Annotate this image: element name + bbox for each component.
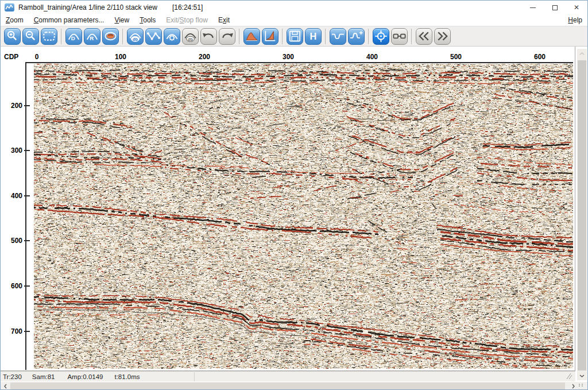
vertical-scrollbar[interactable] xyxy=(577,49,587,380)
corner-grip-icon xyxy=(579,384,584,387)
toolbar: DRdbdbH xyxy=(1,26,587,47)
status-field-2: Amp:0.0149 xyxy=(67,373,103,380)
status-field-0: Tr:230 xyxy=(3,373,22,380)
toolbar-velocity-database-button[interactable]: db xyxy=(127,28,144,45)
application-window: Ramboll_training/Area 1/line 2/110 stack… xyxy=(0,0,588,390)
svg-text:db: db xyxy=(188,37,193,42)
toolbar-semblance-button[interactable] xyxy=(102,28,119,45)
time-tick-400: 400 xyxy=(1,192,22,200)
time-tickmark xyxy=(24,331,30,332)
toolbar-previous-screen-button[interactable] xyxy=(416,28,432,45)
toolbar-header-plot-button[interactable]: H xyxy=(305,28,322,45)
time-tick-700: 700 xyxy=(1,327,22,335)
titlebar: Ramboll_training/Area 1/line 2/110 stack… xyxy=(1,1,587,14)
toolbar-hyperbola-r-button[interactable]: R xyxy=(84,28,100,45)
time-tick-500: 500 xyxy=(1,237,22,245)
toolbar-velocity-database-save-button[interactable]: db xyxy=(182,28,199,45)
time-tick-300: 300 xyxy=(1,146,22,155)
scroll-right-icon[interactable] xyxy=(568,382,578,390)
seismic-view[interactable]: CDP 010020030040050060020030040050060070… xyxy=(1,47,575,371)
minimize-icon xyxy=(530,7,536,8)
status-field-1: Sam:81 xyxy=(32,373,55,380)
time-tick-200: 200 xyxy=(1,102,22,110)
toolbar-zoom-in-button[interactable] xyxy=(4,28,21,45)
cdp-axis-label: CDP xyxy=(4,53,18,61)
toolbar-save-button[interactable] xyxy=(287,28,303,45)
toolbar-hyperbola-d-button[interactable]: D xyxy=(65,28,82,45)
toolbar-undo-button[interactable] xyxy=(200,28,217,45)
toolbar-amplitude-spectrum-button[interactable] xyxy=(243,28,260,45)
svg-text:R: R xyxy=(90,35,94,41)
time-axis-line xyxy=(25,62,26,370)
window-controls: ✕ xyxy=(522,1,587,14)
toolbar-separator xyxy=(61,29,61,44)
app-icon xyxy=(5,3,14,11)
toolbar-separator xyxy=(122,29,123,44)
horizontal-scrollbar[interactable] xyxy=(1,382,588,390)
time-tick-600: 600 xyxy=(1,282,22,290)
close-icon: ✕ xyxy=(574,4,579,11)
toolbar-gain-curve-button[interactable] xyxy=(262,28,278,45)
horizontal-scrollbar-thumb[interactable] xyxy=(10,383,565,390)
svg-text:D: D xyxy=(71,35,75,41)
menubar-right: Help xyxy=(563,15,587,25)
toolbar-redo-button[interactable] xyxy=(219,28,235,45)
cdp-tick-600: 600 xyxy=(534,53,546,61)
scroll-left-icon[interactable] xyxy=(1,382,10,390)
toolbar-velocity-compute-button[interactable] xyxy=(164,28,180,45)
cdp-tick-300: 300 xyxy=(283,53,294,61)
toolbar-trace-compare-button[interactable] xyxy=(391,28,408,45)
time-tickmark xyxy=(24,105,30,106)
toolbar-zoom-out-button[interactable] xyxy=(22,28,39,45)
menu-exit-stop-flow: Exit/Stop flow xyxy=(161,15,213,25)
toolbar-wiggle-positive-button[interactable] xyxy=(348,28,365,45)
cdp-tick-500: 500 xyxy=(450,53,462,61)
minimize-button[interactable] xyxy=(522,1,544,14)
toolbar-pick-mode-button[interactable] xyxy=(373,28,389,45)
window-title: Ramboll_training/Area 1/line 2/110 stack… xyxy=(18,3,157,11)
cdp-tick-400: 400 xyxy=(366,53,378,61)
toolbar-zoom-rubber-band-button[interactable] xyxy=(41,28,57,45)
toolbar-separator xyxy=(368,29,369,44)
close-button[interactable]: ✕ xyxy=(566,1,587,14)
scroll-down-icon[interactable] xyxy=(577,371,587,380)
svg-text:db: db xyxy=(133,37,138,42)
toolbar-velocity-picks-button[interactable] xyxy=(145,28,162,45)
window-clock: [16:24:51] xyxy=(172,3,203,11)
toolbar-separator xyxy=(239,29,239,44)
menu-view[interactable]: View xyxy=(109,15,134,25)
seismic-section-image[interactable] xyxy=(34,64,573,369)
time-tickmark xyxy=(24,195,30,196)
toolbar-next-screen-button[interactable] xyxy=(434,28,451,45)
scroll-up-icon[interactable] xyxy=(577,49,587,58)
time-tickmark xyxy=(24,150,30,151)
cdp-axis-line xyxy=(26,62,573,63)
vertical-scrollbar-thumb[interactable] xyxy=(578,60,586,370)
svg-text:H: H xyxy=(310,31,316,41)
menu-tools[interactable]: Tools xyxy=(134,15,161,25)
resize-grip-icon xyxy=(564,373,572,381)
cdp-tick-0: 0 xyxy=(35,53,39,61)
toolbar-separator xyxy=(325,29,326,44)
menu-zoom[interactable]: Zoom xyxy=(1,15,29,25)
cdp-tick-200: 200 xyxy=(199,53,210,61)
menubar: ZoomCommon parameters...ViewToolsExit/St… xyxy=(1,14,587,26)
toolbar-separator xyxy=(282,29,283,44)
cdp-tick-100: 100 xyxy=(115,53,126,61)
toolbar-wiggle-negative-button[interactable] xyxy=(330,28,346,45)
maximize-button[interactable] xyxy=(544,1,566,14)
time-tickmark xyxy=(24,285,30,287)
menu-exit[interactable]: Exit xyxy=(213,15,235,25)
menu-help[interactable]: Help xyxy=(563,15,587,25)
statusbar-divider xyxy=(194,372,195,381)
menubar-left: ZoomCommon parameters...ViewToolsExit/St… xyxy=(1,15,235,25)
time-tickmark xyxy=(24,240,30,241)
statusbar: Tr:230Sam:81Amp:0.0149t:81.0ms xyxy=(1,371,575,381)
toolbar-separator xyxy=(411,29,412,44)
maximize-icon xyxy=(552,5,558,10)
menu-common-parameters[interactable]: Common parameters... xyxy=(29,15,110,25)
status-field-3: t:81.0ms xyxy=(114,373,140,380)
